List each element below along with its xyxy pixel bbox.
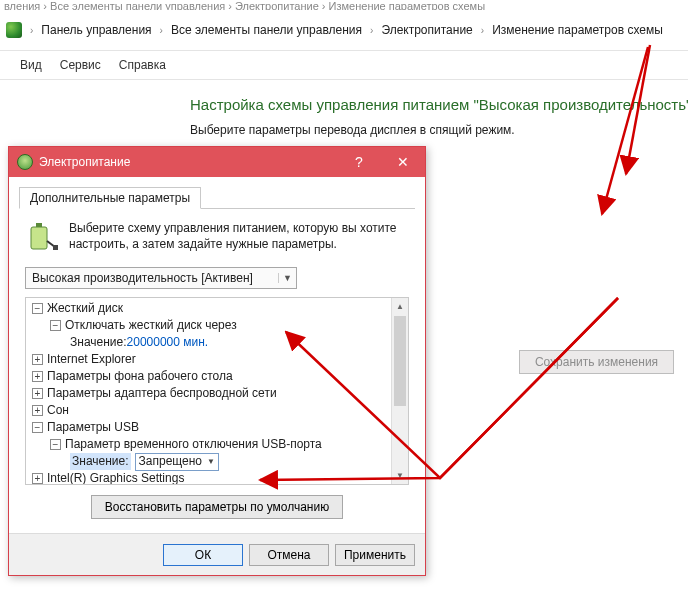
chevron-right-icon[interactable]: ›	[364, 25, 379, 36]
tree-usb-suspend-value[interactable]: Значение: Запрещено▼	[26, 453, 408, 470]
apply-button[interactable]: Применить	[335, 544, 415, 566]
chevron-down-icon: ▼	[207, 453, 215, 470]
tab-bar: Дополнительные параметры	[19, 185, 415, 209]
svg-rect-2	[53, 245, 58, 250]
dialog-titlebar[interactable]: Электропитание ? ✕	[9, 147, 425, 177]
tree-hard-disk-off[interactable]: −Отключать жесткий диск через	[26, 317, 408, 334]
dialog-title-text: Электропитание	[39, 155, 130, 169]
dialog-button-row: ОК Отмена Применить	[9, 533, 425, 575]
page-title: Настройка схемы управления питанием "Выс…	[190, 96, 688, 113]
tree-ie[interactable]: +Internet Explorer	[26, 351, 408, 368]
dialog-prompt: Выберите схему управления питанием, кото…	[69, 221, 409, 252]
svg-rect-0	[31, 227, 47, 249]
menu-service[interactable]: Сервис	[60, 58, 101, 72]
tree-intel-graphics[interactable]: +Intel(R) Graphics Settings	[26, 470, 408, 484]
breadcrumb-control-panel[interactable]: Панель управления	[39, 20, 153, 40]
battery-plug-icon	[25, 221, 59, 255]
tree-scrollbar[interactable]: ▲ ▼	[391, 298, 408, 484]
breadcrumb-power[interactable]: Электропитание	[379, 20, 474, 40]
cancel-button[interactable]: Отмена	[249, 544, 329, 566]
save-changes-button: Сохранить изменения	[519, 350, 674, 374]
scroll-thumb[interactable]	[394, 316, 406, 406]
tree-usb-suspend[interactable]: −Параметр временного отключения USB-порт…	[26, 436, 408, 453]
menu-view[interactable]: Вид	[20, 58, 42, 72]
svg-rect-1	[36, 223, 42, 227]
usb-suspend-dropdown[interactable]: Запрещено▼	[135, 453, 219, 471]
tree-hard-disk[interactable]: −Жесткий диск	[26, 300, 408, 317]
chevron-right-icon[interactable]: ›	[24, 25, 39, 36]
power-scheme-select[interactable]: Высокая производительность [Активен] ▼	[25, 267, 297, 289]
chevron-right-icon[interactable]: ›	[475, 25, 490, 36]
tree-hard-disk-off-value[interactable]: Значение: 20000000 мин.	[26, 334, 408, 351]
power-icon	[17, 154, 33, 170]
breadcrumb-all-items[interactable]: Все элементы панели управления	[169, 20, 364, 40]
tree-desktop-bg[interactable]: +Параметры фона рабочего стола	[26, 368, 408, 385]
close-button[interactable]: ✕	[381, 147, 425, 177]
tree-usb[interactable]: −Параметры USB	[26, 419, 408, 436]
scroll-up-icon[interactable]: ▲	[392, 298, 408, 315]
breadcrumb-edit-plan[interactable]: Изменение параметров схемы	[490, 20, 665, 40]
tab-advanced[interactable]: Дополнительные параметры	[19, 187, 201, 209]
scroll-down-icon[interactable]: ▼	[392, 467, 408, 484]
menu-bar: Вид Сервис Справка	[0, 50, 688, 80]
settings-tree: −Жесткий диск −Отключать жесткий диск че…	[25, 297, 409, 485]
menu-help[interactable]: Справка	[119, 58, 166, 72]
power-options-dialog: Электропитание ? ✕ Дополнительные параме…	[8, 146, 426, 576]
tree-sleep[interactable]: +Сон	[26, 402, 408, 419]
page-subtitle: Выберите параметры перевода дисплея в сп…	[190, 123, 688, 137]
help-button[interactable]: ?	[337, 147, 381, 177]
ok-button[interactable]: ОК	[163, 544, 243, 566]
chevron-right-icon[interactable]: ›	[154, 25, 169, 36]
control-panel-icon	[6, 22, 22, 38]
tree-wifi-adapter[interactable]: +Параметры адаптера беспроводной сети	[26, 385, 408, 402]
restore-defaults-button[interactable]: Восстановить параметры по умолчанию	[91, 495, 343, 519]
power-scheme-value: Высокая производительность [Активен]	[32, 271, 253, 285]
window-title-bar: вления › Все элементы панели управления …	[0, 0, 688, 10]
breadcrumb: › Панель управления › Все элементы панел…	[0, 16, 688, 44]
chevron-down-icon: ▼	[278, 273, 292, 283]
